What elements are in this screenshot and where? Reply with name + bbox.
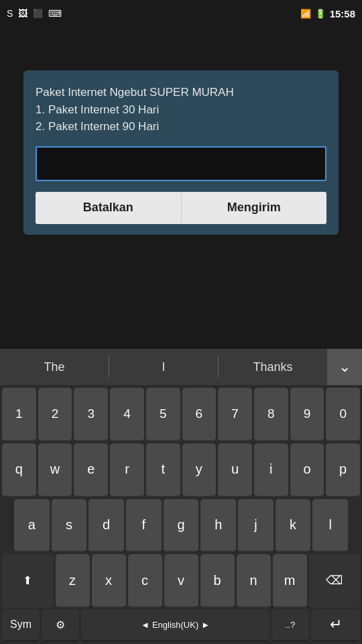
asdf-row: a s d f g h j k l [2,499,360,553]
main-area: Paket Internet Ngebut SUPER MURAH 1. Pak… [0,27,362,349]
key-t[interactable]: t [146,443,180,497]
key-6[interactable]: 6 [182,388,217,441]
dialog-message: Paket Internet Ngebut SUPER MURAH 1. Pak… [36,84,326,136]
zxcv-row: ⬆ z x c v b n m ⌫ [2,554,360,608]
clock: 15:58 [330,8,355,19]
expand-suggestions-button[interactable]: ⌄ [327,349,362,385]
key-9[interactable]: 9 [290,388,324,441]
backspace-key[interactable]: ⌫ [309,554,361,608]
key-k[interactable]: k [276,499,311,553]
language-space-bar[interactable]: ◄ English(UK) ► [81,609,269,641]
prev-lang-icon: ◄ [141,620,149,630]
key-i[interactable]: i [254,443,288,497]
key-f[interactable]: f [126,499,162,553]
bottom-row: Sym ⚙ ◄ English(UK) ► ..? ↵ [0,609,362,644]
suggestion-the[interactable]: The [0,349,109,385]
keyboard-rows: 1 2 3 4 5 6 7 8 9 0 q w e r t y u i o p … [0,385,362,609]
qwerty-row: q w e r t y u i o p [2,443,360,497]
key-d[interactable]: d [88,499,124,553]
key-j[interactable]: j [238,499,274,553]
next-lang-icon: ► [201,620,210,630]
number-row: 1 2 3 4 5 6 7 8 9 0 [2,388,360,441]
enter-key[interactable]: ↵ [311,609,360,641]
key-v[interactable]: v [164,554,198,608]
battery-icon: 🔋 [315,9,326,19]
samsung-icon: S [7,8,13,19]
key-c[interactable]: c [128,554,162,608]
key-a[interactable]: a [14,499,50,553]
key-0[interactable]: 0 [326,388,360,441]
status-bar: S 🖼 ⬛ ⌨ 📶 🔋 15:58 [0,0,362,27]
keyboard-area: The I Thanks ⌄ 1 2 3 4 5 6 7 8 9 0 q w e… [0,349,362,644]
key-u[interactable]: u [218,443,252,497]
key-r[interactable]: r [110,443,144,497]
key-8[interactable]: 8 [254,388,288,441]
key-m[interactable]: m [273,554,307,608]
key-q[interactable]: q [2,443,36,497]
dialog: Paket Internet Ngebut SUPER MURAH 1. Pak… [23,70,339,235]
suggestion-i[interactable]: I [109,349,218,385]
key-w[interactable]: w [38,443,72,497]
image-icon: 🖼 [18,8,27,19]
key-h[interactable]: h [200,499,236,553]
keyboard-icon: ⌨ [48,8,62,19]
key-p[interactable]: p [326,443,360,497]
key-7[interactable]: 7 [218,388,252,441]
key-g[interactable]: g [164,499,199,553]
key-y[interactable]: y [182,443,217,497]
key-x[interactable]: x [92,554,126,608]
key-4[interactable]: 4 [110,388,144,441]
key-l[interactable]: l [312,499,348,553]
period-key[interactable]: ..? [272,609,309,641]
key-z[interactable]: z [56,554,90,608]
key-1[interactable]: 1 [2,388,36,441]
sym-key[interactable]: Sym [2,609,40,641]
shift-key[interactable]: ⬆ [2,554,54,608]
dialog-input[interactable] [36,146,326,181]
key-3[interactable]: 3 [74,388,108,441]
settings-key[interactable]: ⚙ [42,609,79,641]
key-s[interactable]: s [52,499,87,553]
key-2[interactable]: 2 [38,388,72,441]
key-e[interactable]: e [74,443,108,497]
signal-icon: 📶 [300,9,311,19]
key-n[interactable]: n [237,554,271,608]
status-left-icons: S 🖼 ⬛ ⌨ [7,8,62,19]
bbm-icon: ⬛ [33,9,43,18]
cancel-button[interactable]: Batalkan [36,192,182,224]
key-5[interactable]: 5 [146,388,180,441]
language-label: English(UK) [152,620,198,630]
suggestion-thanks[interactable]: Thanks [219,349,327,385]
suggestions-bar: The I Thanks ⌄ [0,349,362,385]
backspace-icon: ⌫ [326,573,343,588]
status-right-icons: 📶 🔋 15:58 [300,8,355,19]
dialog-buttons: Batalkan Mengirim [36,192,326,224]
key-o[interactable]: o [290,443,324,497]
key-b[interactable]: b [200,554,235,608]
send-button[interactable]: Mengirim [182,192,327,224]
